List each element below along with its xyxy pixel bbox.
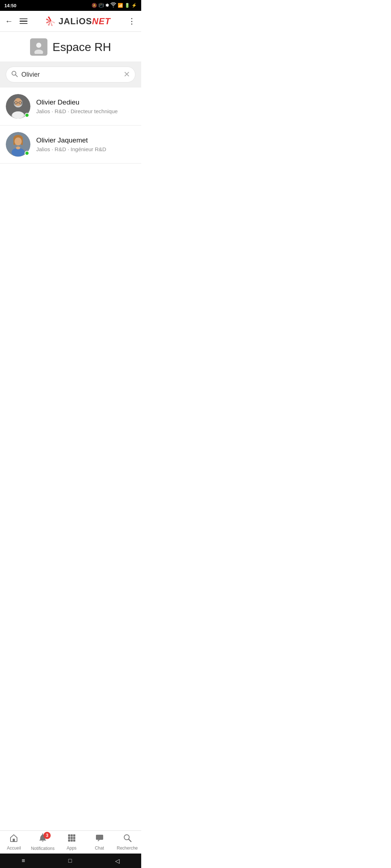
silent-icon: 🔕 <box>92 3 97 8</box>
hamburger-button[interactable] <box>20 18 28 24</box>
results-list: Olivier Dedieu Jalios · R&D · Directeur … <box>0 88 141 163</box>
search-input[interactable] <box>21 71 120 78</box>
sim-icon: 📶 <box>118 3 123 8</box>
search-clear-button[interactable]: ✕ <box>123 70 130 79</box>
bluetooth-icon: ✱ <box>105 3 109 8</box>
svg-point-20 <box>12 111 24 119</box>
logo: JALiOSNET <box>45 16 111 27</box>
top-nav: ← JALiOSNET ⋮ <box>0 11 141 32</box>
avatar-wrap-1 <box>6 94 30 119</box>
svg-point-27 <box>16 146 20 149</box>
back-button[interactable]: ← <box>5 17 13 26</box>
result-item-1[interactable]: Olivier Dedieu Jalios · R&D · Directeur … <box>0 88 141 125</box>
result-name-2: Olivier Jaquemet <box>36 136 106 144</box>
vibrate-icon: 📳 <box>98 3 104 8</box>
status-icons: 🔕 📳 ✱ 📶 🔋 ⚡ <box>92 3 137 9</box>
search-area: ✕ <box>0 61 141 88</box>
logo-fan-icon <box>45 16 56 27</box>
page-title: Espace RH <box>52 41 111 54</box>
more-button[interactable]: ⋮ <box>128 17 136 26</box>
wifi-icon <box>110 3 116 9</box>
avatar-wrap-2 <box>6 132 30 157</box>
status-time: 14:50 <box>4 3 16 8</box>
charging-icon: ⚡ <box>131 3 137 8</box>
page-header-icon <box>30 38 47 56</box>
search-icon <box>11 71 18 79</box>
svg-point-1 <box>36 43 41 48</box>
result-name-1: Olivier Dedieu <box>36 98 118 106</box>
online-indicator-1 <box>25 113 29 118</box>
result-meta-1: Jalios · R&D · Directeur technique <box>36 108 118 114</box>
battery-icon: 🔋 <box>125 3 130 8</box>
status-bar: 14:50 🔕 📳 ✱ 📶 🔋 ⚡ <box>0 0 141 11</box>
logo-text: JALiOSNET <box>59 16 111 26</box>
search-box: ✕ <box>6 67 135 82</box>
result-meta-2: Jalios · R&D · Ingénieur R&D <box>36 146 106 152</box>
result-item-2[interactable]: Olivier Jaquemet Jalios · R&D · Ingénieu… <box>0 125 141 163</box>
result-info-2: Olivier Jaquemet Jalios · R&D · Ingénieu… <box>36 136 106 152</box>
svg-point-25 <box>14 137 22 145</box>
page-header: Espace RH <box>0 32 141 61</box>
online-indicator-2 <box>25 151 29 156</box>
svg-line-4 <box>16 75 18 77</box>
result-info-1: Olivier Dedieu Jalios · R&D · Directeur … <box>36 98 118 114</box>
